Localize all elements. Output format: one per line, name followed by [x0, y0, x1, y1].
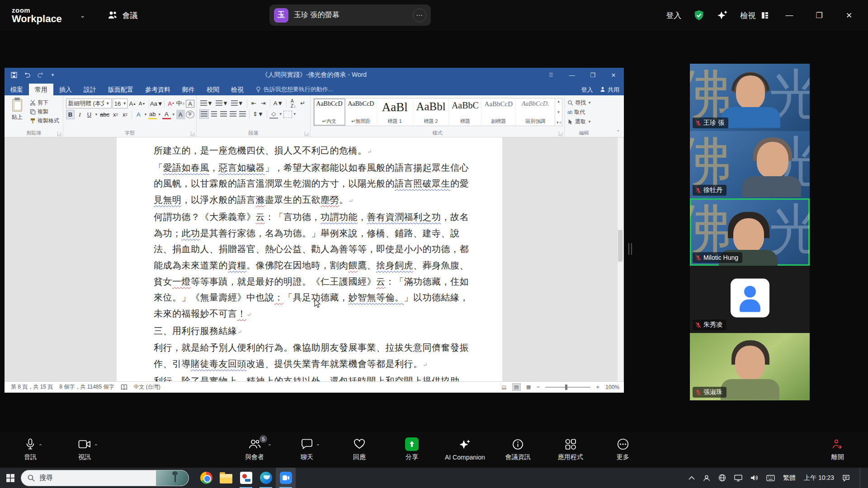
- clear-formatting-icon[interactable]: A✦: [167, 99, 175, 108]
- page-indicator[interactable]: 第 8 頁，共 15 頁: [11, 383, 53, 391]
- styles-dialog-launcher[interactable]: [559, 131, 563, 136]
- save-icon[interactable]: [11, 72, 17, 78]
- replace-button[interactable]: ab 取代: [567, 108, 602, 116]
- participant-tile[interactable]: 朱秀凌: [690, 266, 810, 333]
- ime-language-indicator[interactable]: 繁體: [783, 474, 796, 482]
- taskbar-search-box[interactable]: 搜尋: [21, 470, 189, 486]
- show-marks-button[interactable]: ↵: [298, 99, 307, 108]
- find-button[interactable]: 尋找 ▼: [567, 99, 602, 107]
- tab-mailings[interactable]: 郵件: [176, 84, 201, 95]
- video-button[interactable]: ⌃ 視訊: [65, 432, 104, 467]
- font-color-button[interactable]: A: [162, 110, 171, 119]
- style-no-spacing[interactable]: AaBbCcD ↵無間距: [345, 99, 377, 126]
- shading-button[interactable]: ◇: [269, 109, 278, 119]
- cut-button[interactable]: 剪下: [30, 99, 61, 107]
- ai-sparkle-icon[interactable]: [717, 9, 728, 21]
- tell-me-box[interactable]: 告訴我您想要執行的動作...: [256, 84, 333, 95]
- vertical-scrollbar[interactable]: [617, 137, 623, 381]
- tab-insert[interactable]: 插入: [53, 84, 78, 95]
- gallery-up-icon[interactable]: ▲: [557, 99, 561, 103]
- security-shield-icon[interactable]: [693, 9, 705, 21]
- tab-layout[interactable]: 版面配置: [102, 84, 139, 95]
- system-clock[interactable]: 上午 10:23: [804, 474, 834, 482]
- scrollbar-thumb[interactable]: [618, 230, 623, 262]
- meeting-tab[interactable]: 會議: [107, 10, 138, 21]
- ai-companion-button[interactable]: AI Companion: [445, 432, 485, 467]
- collapse-ribbon-icon[interactable]: ⌃: [616, 129, 620, 135]
- proofing-icon[interactable]: [121, 384, 127, 390]
- bold-button[interactable]: B: [66, 110, 75, 119]
- tab-home[interactable]: 常用: [29, 84, 53, 95]
- strikethrough-button[interactable]: abc: [99, 110, 110, 119]
- show-desktop-strip[interactable]: [860, 468, 862, 488]
- tray-volume-icon[interactable]: [750, 474, 758, 481]
- align-left-button[interactable]: [199, 109, 209, 119]
- view-button[interactable]: 檢視: [740, 10, 769, 21]
- shrink-font-button[interactable]: A▼: [138, 99, 146, 108]
- clipboard-dialog-launcher[interactable]: [57, 131, 62, 136]
- participant-tile[interactable]: 佛 光 徐牡丹: [690, 131, 810, 198]
- change-case-button[interactable]: Aa▼: [151, 99, 162, 108]
- gallery-more-icon[interactable]: ▼≡: [556, 121, 561, 125]
- window-minimize-button[interactable]: —: [780, 11, 798, 20]
- asian-layout-button[interactable]: A▼: [273, 99, 284, 108]
- zoom-slider-thumb[interactable]: [565, 385, 567, 390]
- audio-options-chevron[interactable]: ⌃: [38, 443, 42, 449]
- superscript-button[interactable]: x2: [121, 110, 129, 119]
- language-indicator[interactable]: 中文 (台灣): [134, 383, 160, 391]
- participant-tile-active-speaker[interactable]: 佛 光 Milotic Hung: [690, 198, 810, 266]
- line-spacing-button[interactable]: ⇕▼: [252, 109, 264, 119]
- tab-design[interactable]: 設計: [78, 84, 102, 95]
- tray-display-icon[interactable]: [734, 474, 742, 482]
- styles-gallery-scroll[interactable]: ▲ ▼ ▼≡: [555, 99, 562, 126]
- style-title[interactable]: AaBbC 標題: [449, 99, 481, 126]
- participant-tile[interactable]: 張淑珠: [690, 333, 810, 400]
- highlight-color-button[interactable]: ab: [148, 110, 157, 119]
- word-restore-button[interactable]: ❐: [582, 68, 603, 82]
- ribbon-display-options-icon[interactable]: ⍐: [541, 68, 561, 82]
- reactions-button[interactable]: 回應: [340, 432, 379, 467]
- word-signin-link[interactable]: 登入: [581, 86, 593, 94]
- justify-button[interactable]: [229, 109, 237, 119]
- italic-button[interactable]: I: [75, 110, 84, 119]
- action-center-icon[interactable]: [842, 474, 850, 482]
- chat-options-chevron[interactable]: ⌃: [316, 443, 320, 449]
- copy-button[interactable]: 複製: [30, 108, 61, 116]
- start-button[interactable]: [0, 468, 21, 488]
- distribute-button[interactable]: [238, 109, 247, 119]
- share-screen-button[interactable]: 分享: [392, 432, 431, 467]
- select-button[interactable]: 選取 ▼: [567, 118, 602, 126]
- character-border-button[interactable]: A: [186, 100, 194, 108]
- window-restore-button[interactable]: ❐: [810, 11, 828, 20]
- web-layout-icon[interactable]: ▦: [524, 383, 533, 391]
- signin-button[interactable]: 登入: [666, 10, 681, 21]
- participants-button[interactable]: 5 ⌃ 與會者: [235, 432, 274, 467]
- taskbar-app-chrome[interactable]: [196, 468, 216, 488]
- text-effects-button[interactable]: A: [134, 110, 143, 119]
- word-share-button[interactable]: 共用: [600, 86, 619, 94]
- font-dialog-launcher[interactable]: [191, 131, 195, 136]
- taskbar-app-file-explorer[interactable]: [216, 468, 236, 488]
- read-mode-icon[interactable]: 🕮: [500, 383, 509, 391]
- more-options-icon[interactable]: ⋯: [413, 9, 426, 22]
- word-count[interactable]: 8 個字，共 11485 個字: [59, 383, 114, 391]
- style-subtle-emphasis[interactable]: AaBbCcD. 區別強調: [516, 99, 555, 126]
- tab-file[interactable]: 檔案: [5, 84, 29, 95]
- grow-font-button[interactable]: A▲: [128, 99, 137, 108]
- video-options-chevron[interactable]: ⌃: [94, 443, 98, 449]
- more-button[interactable]: 更多: [604, 432, 642, 467]
- borders-button[interactable]: [283, 111, 292, 118]
- apps-button[interactable]: 應用程式: [551, 432, 590, 467]
- leave-button[interactable]: 離開: [818, 432, 857, 467]
- meeting-info-button[interactable]: 會議資訊: [499, 432, 538, 467]
- tab-references[interactable]: 參考資料: [139, 84, 176, 95]
- numbered-list-button[interactable]: ▼: [215, 99, 229, 108]
- tab-view[interactable]: 檢視: [225, 84, 250, 95]
- align-center-button[interactable]: [210, 109, 218, 119]
- audio-button[interactable]: ⌃ 音訊: [11, 432, 50, 467]
- style-heading1[interactable]: AaBl 標題 1: [377, 99, 413, 126]
- character-shading-button[interactable]: A: [176, 110, 185, 119]
- redo-icon[interactable]: [37, 72, 44, 78]
- print-layout-icon[interactable]: ▤: [512, 383, 521, 391]
- zoom-slider[interactable]: [545, 387, 590, 388]
